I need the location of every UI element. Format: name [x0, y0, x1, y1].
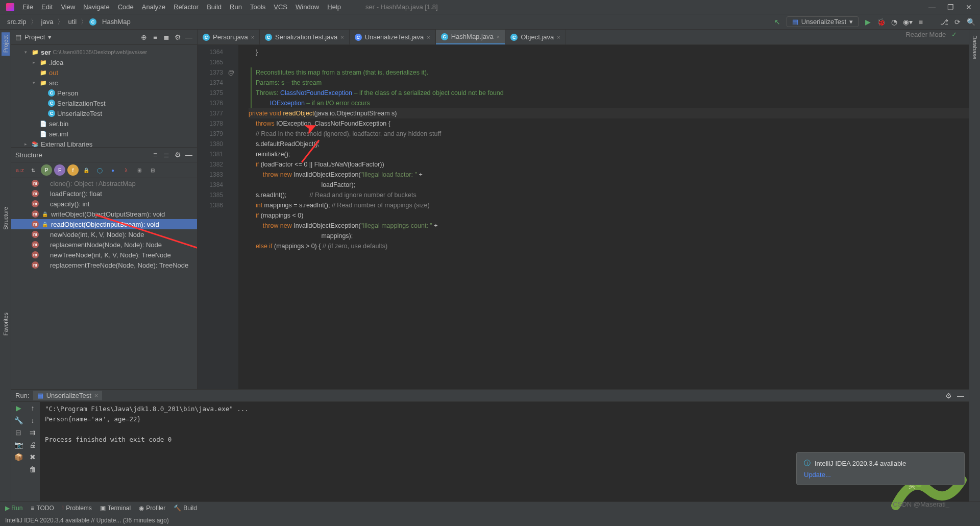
- tree-item[interactable]: CUnserializeTest: [11, 108, 197, 118]
- search-icon[interactable]: 🔍: [967, 18, 975, 26]
- up-icon[interactable]: ↑: [29, 404, 37, 412]
- wrap-icon[interactable]: ⇉: [29, 428, 37, 437]
- structure-tool-tab[interactable]: Structure: [2, 204, 10, 233]
- lambda-icon[interactable]: λ: [120, 164, 132, 176]
- menu-build[interactable]: Build: [203, 3, 226, 11]
- bottom-item[interactable]: ▣ Terminal: [100, 505, 131, 512]
- bottom-item[interactable]: ! Problems: [62, 505, 92, 512]
- close-icon[interactable]: ✕: [965, 3, 973, 11]
- crumb[interactable]: src.zip: [5, 17, 29, 27]
- minimize-icon[interactable]: —: [928, 3, 936, 11]
- anon2-icon[interactable]: ●: [107, 164, 118, 176]
- structure-item[interactable]: mclone(): Object ↑AbstractMap: [11, 178, 197, 188]
- editor-tab[interactable]: CObject.java×: [505, 30, 566, 44]
- chevron-down-icon[interactable]: ▾: [48, 33, 52, 41]
- down-icon[interactable]: ↓: [29, 416, 37, 424]
- hide-icon[interactable]: —: [957, 392, 965, 400]
- editor-tab[interactable]: CPerson.java×: [198, 30, 260, 44]
- tree-item[interactable]: 📄ser.iml: [11, 129, 197, 139]
- editor-tab[interactable]: CUnserializeTest.java×: [350, 30, 436, 44]
- tree-item[interactable]: ▾📁ser C:\Users\86135\Desktop\web\java\se…: [11, 47, 197, 57]
- filter-p-icon[interactable]: P: [41, 164, 52, 176]
- structure-icon[interactable]: ⊟: [14, 428, 22, 437]
- tree-item[interactable]: CSerializationTest: [11, 98, 197, 108]
- structure-list[interactable]: mclone(): Object ↑AbstractMapmloadFactor…: [11, 178, 197, 270]
- settings-icon[interactable]: ⚙: [944, 392, 952, 400]
- structure-item[interactable]: m🔒writeObject(ObjectOutputStream): void: [11, 209, 197, 219]
- structure-item[interactable]: mreplacementNode(Node, Node): Node: [11, 240, 197, 250]
- update-notification[interactable]: ⓘ IntelliJ IDEA 2020.3.4 available Updat…: [796, 452, 965, 485]
- stop-icon[interactable]: ■: [917, 18, 925, 26]
- tree-item[interactable]: 📄ser.bin: [11, 118, 197, 129]
- back-build-icon[interactable]: ↖: [773, 18, 781, 26]
- run-icon[interactable]: ▶: [864, 18, 872, 26]
- crumb[interactable]: java: [39, 17, 56, 27]
- wrench-icon[interactable]: 🔧: [14, 416, 22, 424]
- camera-icon[interactable]: 📷: [14, 441, 22, 449]
- menu-refactor[interactable]: Refactor: [169, 3, 203, 11]
- menu-navigate[interactable]: Navigate: [79, 3, 113, 11]
- project-tool-tab[interactable]: Project: [2, 32, 10, 56]
- expand-icon[interactable]: ≡: [151, 33, 159, 41]
- coverage-icon[interactable]: ◔: [890, 18, 898, 26]
- filter-icon[interactable]: ⊞: [134, 164, 145, 176]
- tree-item[interactable]: ▸📁.idea: [11, 57, 197, 67]
- rerun-icon[interactable]: ▶: [14, 404, 22, 412]
- tree-item[interactable]: 📁out: [11, 67, 197, 78]
- expand-icon[interactable]: ≡: [151, 151, 159, 159]
- reader-mode-label[interactable]: Reader Mode ✓: [905, 31, 957, 38]
- crumb[interactable]: HashMap: [100, 17, 133, 27]
- run-config-dropdown[interactable]: ▤ UnserializeTest ▾: [787, 16, 859, 27]
- favorites-tool-tab[interactable]: Favorites: [2, 309, 10, 339]
- menu-run[interactable]: Run: [226, 3, 246, 11]
- anon-icon[interactable]: ◯: [94, 164, 105, 176]
- structure-item[interactable]: mnewNode(int, K, V, Node): Node: [11, 229, 197, 240]
- bottom-item[interactable]: ≡ TODO: [31, 505, 54, 512]
- lock-icon[interactable]: 🔒: [81, 164, 92, 176]
- filter-f2-icon[interactable]: f: [67, 164, 79, 176]
- bin-icon[interactable]: 📦: [14, 453, 22, 461]
- locate-icon[interactable]: ⊕: [140, 33, 148, 41]
- structure-item[interactable]: mreplacementTreeNode(Node, Node): TreeNo…: [11, 260, 197, 270]
- menu-file[interactable]: File: [18, 3, 37, 11]
- editor-tab[interactable]: CSerializationTest.java×: [260, 30, 350, 44]
- trash-icon[interactable]: 🗑: [29, 465, 37, 473]
- clear-icon[interactable]: ✖: [29, 453, 37, 461]
- tree-item[interactable]: ▸📚External Libraries: [11, 139, 197, 147]
- tree-item[interactable]: ▾📁src: [11, 78, 197, 88]
- project-tree[interactable]: ▾📁ser C:\Users\86135\Desktop\web\java\se…: [11, 45, 197, 147]
- hide-icon[interactable]: —: [185, 151, 193, 159]
- git-icon[interactable]: ⎇: [940, 18, 948, 26]
- editor-tab[interactable]: CHashMap.java×: [436, 30, 506, 44]
- filter2-icon[interactable]: ⊟: [147, 164, 158, 176]
- update-link[interactable]: Update...: [804, 471, 957, 479]
- menu-help[interactable]: Help: [323, 3, 345, 11]
- bottom-item[interactable]: 🔨 Build: [174, 505, 197, 512]
- profile-icon[interactable]: ◉▾: [903, 18, 912, 26]
- structure-item[interactable]: mnewTreeNode(int, K, V, Node): TreeNode: [11, 250, 197, 260]
- run-tab[interactable]: ▤UnserializeTest ×: [33, 391, 103, 400]
- menu-window[interactable]: Window: [291, 3, 323, 11]
- database-tool-tab[interactable]: Database: [971, 32, 979, 62]
- collapse-icon[interactable]: ≣: [162, 33, 170, 41]
- settings-icon[interactable]: ⚙: [174, 151, 182, 159]
- sort-az-icon[interactable]: a↓z: [14, 164, 26, 176]
- maximize-icon[interactable]: ❐: [946, 3, 954, 11]
- crumb[interactable]: util: [66, 17, 79, 27]
- tree-item[interactable]: CPerson: [11, 88, 197, 98]
- bottom-item[interactable]: ◉ Profiler: [139, 505, 165, 512]
- collapse-icon[interactable]: ≣: [162, 151, 170, 159]
- sort-icon[interactable]: ⇅: [28, 164, 39, 176]
- menu-tools[interactable]: Tools: [246, 3, 270, 11]
- menu-analyze[interactable]: Analyze: [138, 3, 169, 11]
- menu-code[interactable]: Code: [114, 3, 138, 11]
- status-text[interactable]: IntelliJ IDEA 2020.3.4 available // Upda…: [5, 517, 169, 524]
- update-icon[interactable]: ⟳: [953, 18, 962, 26]
- hide-icon[interactable]: —: [185, 33, 193, 41]
- structure-item[interactable]: m🔒readObject(ObjectInputStream): void: [11, 219, 197, 229]
- print-icon[interactable]: 🖨: [29, 441, 37, 449]
- structure-item[interactable]: mcapacity(): int: [11, 199, 197, 209]
- run-tab-btn[interactable]: ▶ Run: [5, 505, 22, 512]
- menu-vcs[interactable]: VCS: [270, 3, 291, 11]
- filter-f-icon[interactable]: F: [54, 164, 65, 176]
